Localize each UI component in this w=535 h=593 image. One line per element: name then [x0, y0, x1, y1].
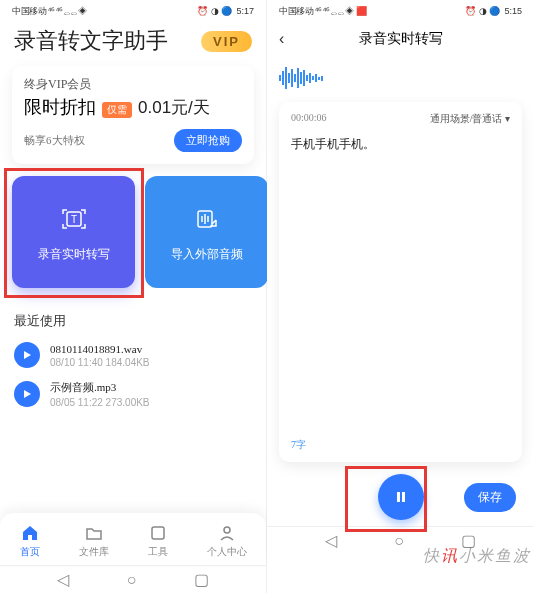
promo-headline: 终身VIP会员 — [24, 76, 242, 93]
android-navbar: ◁ ○ ▢ — [0, 565, 266, 593]
transcript-text: 手机手机手机。 — [291, 136, 510, 153]
status-carrier: 中国移动 ⁴⁶ ⁴⁶ ꜀꜆ ꜀꜆ ◈ — [12, 5, 87, 18]
svg-rect-3 — [152, 527, 164, 539]
home-icon — [20, 523, 40, 543]
tab-label: 文件库 — [79, 545, 109, 559]
waveform — [267, 60, 534, 96]
promo-price: 0.01元/天 — [138, 96, 210, 119]
play-icon[interactable] — [14, 342, 40, 368]
file-row[interactable]: 示例音频.mp3 08/05 11:22 273.00KB — [14, 380, 252, 408]
tab-label: 首页 — [20, 545, 40, 559]
folder-icon — [84, 523, 104, 543]
file-name: 示例音频.mp3 — [50, 380, 150, 395]
import-audio-card[interactable]: 导入外部音频 — [145, 176, 268, 288]
highlight-box — [4, 168, 144, 298]
bottom-tabs: 首页 文件库 工具 个人中心 — [0, 513, 266, 565]
nav-home-icon[interactable]: ○ — [127, 571, 137, 589]
record-timer: 00:00:06 — [291, 112, 327, 126]
char-count: 7字 — [291, 438, 510, 452]
right-screenshot: 中国移动 ⁴⁶ ⁴⁶ ꜀꜆ ꜀꜆ ◈ 🟥 ⏰ ◑ 🔵 5:15 ‹ 录音实时转写… — [267, 0, 534, 593]
user-icon — [217, 523, 237, 543]
file-meta: 08/05 11:22 273.00KB — [50, 397, 150, 408]
nav-home-icon[interactable]: ○ — [394, 532, 404, 550]
vip-badge[interactable]: VIP — [201, 31, 252, 52]
recent-heading: 最近使用 — [14, 312, 252, 330]
tab-label: 工具 — [148, 545, 168, 559]
file-row[interactable]: 0810114018891.wav 08/10 11:40 184.04KB — [14, 342, 252, 368]
tools-icon — [148, 523, 168, 543]
tab-profile[interactable]: 个人中心 — [207, 523, 247, 559]
tab-tools[interactable]: 工具 — [148, 523, 168, 559]
status-icons: ⏰ ◑ 🔵 — [197, 6, 232, 16]
file-name: 0810114018891.wav — [50, 343, 150, 355]
scene-selector[interactable]: 通用场景/普通话 ▾ — [430, 112, 510, 126]
status-icons: ⏰ ◑ 🔵 — [465, 6, 500, 16]
tab-files[interactable]: 文件库 — [79, 523, 109, 559]
promo-features: 畅享6大特权 — [24, 133, 85, 148]
status-time: 5:17 — [236, 6, 254, 16]
tab-label: 个人中心 — [207, 545, 247, 559]
promo-tag: 仅需 — [102, 102, 132, 118]
watermark: 快讯小米鱼波 — [423, 546, 531, 567]
status-bar: 中国移动 ⁴⁶ ⁴⁶ ꜀꜆ ꜀꜆ ◈ 🟥 ⏰ ◑ 🔵 5:15 — [267, 0, 534, 22]
nav-back-icon[interactable]: ◁ — [325, 531, 337, 550]
transcript-card: 00:00:06 通用场景/普通话 ▾ 手机手机手机。 7字 — [279, 102, 522, 462]
play-icon[interactable] — [14, 381, 40, 407]
tab-home[interactable]: 首页 — [20, 523, 40, 559]
status-bar: 中国移动 ⁴⁶ ⁴⁶ ꜀꜆ ꜀꜆ ◈ ⏰ ◑ 🔵 5:17 — [0, 0, 266, 22]
card-label: 导入外部音频 — [171, 246, 243, 263]
status-carrier: 中国移动 ⁴⁶ ⁴⁶ ꜀꜆ ꜀꜆ ◈ 🟥 — [279, 5, 366, 18]
status-time: 5:15 — [504, 6, 522, 16]
vip-promo-card[interactable]: 终身VIP会员 限时折扣 仅需 0.01元/天 畅享6大特权 立即抢购 — [12, 66, 254, 164]
page-title: 录音实时转写 — [359, 30, 443, 48]
back-button[interactable]: ‹ — [279, 30, 284, 48]
promo-discount: 限时折扣 — [24, 95, 96, 119]
highlight-box — [345, 466, 427, 532]
app-title: 录音转文字助手 — [14, 26, 168, 56]
file-meta: 08/10 11:40 184.04KB — [50, 357, 150, 368]
nav-back-icon[interactable]: ◁ — [57, 570, 69, 589]
save-button[interactable]: 保存 — [464, 483, 516, 512]
import-audio-icon — [190, 202, 224, 236]
nav-recent-icon[interactable]: ▢ — [194, 570, 209, 589]
svg-point-4 — [224, 527, 230, 533]
buy-now-button[interactable]: 立即抢购 — [174, 129, 242, 152]
left-screenshot: 中国移动 ⁴⁶ ⁴⁶ ꜀꜆ ꜀꜆ ◈ ⏰ ◑ 🔵 5:17 录音转文字助手 VI… — [0, 0, 267, 593]
